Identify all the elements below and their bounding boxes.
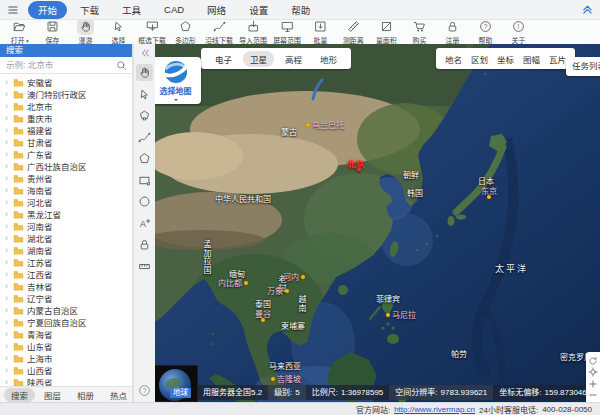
expander-icon[interactable]: › — [5, 137, 10, 147]
menu-item[interactable]: CAD — [154, 2, 194, 17]
hand-icon[interactable] — [136, 64, 153, 81]
tree-row[interactable]: › 贵州省 — [0, 172, 132, 184]
toolbar-button[interactable]: 框选下载 — [135, 20, 169, 44]
expander-icon[interactable]: › — [5, 341, 10, 351]
plus-icon[interactable] — [588, 379, 598, 389]
menu-item[interactable]: 帮助 — [281, 1, 320, 19]
locate-icon[interactable] — [588, 367, 598, 377]
expander-icon[interactable]: › — [5, 185, 10, 195]
expander-icon[interactable]: › — [5, 353, 10, 363]
expander-icon[interactable]: › — [5, 281, 10, 291]
overlay-toggle[interactable]: 区划 — [471, 53, 488, 65]
hamburger-menu-icon[interactable] — [7, 4, 21, 16]
sidebar-tab[interactable]: 相册 — [70, 388, 101, 402]
expander-icon[interactable]: › — [5, 209, 10, 219]
menu-item[interactable]: 网络 — [197, 1, 236, 19]
expander-icon[interactable]: › — [5, 317, 10, 327]
menu-item[interactable]: 下载 — [70, 1, 109, 19]
expander-icon[interactable]: › — [5, 329, 10, 339]
tree-row[interactable]: › 青海省 — [0, 328, 132, 340]
ribbon-collapse-icon[interactable] — [581, 3, 594, 16]
expander-icon[interactable]: › — [5, 365, 10, 375]
tree-row[interactable]: › 山西省 — [0, 364, 132, 376]
toolbar-button[interactable]: 漫游 — [69, 20, 102, 44]
tree-row[interactable]: › 江西省 — [0, 268, 132, 280]
toolbar-button[interactable]: 选择 — [102, 20, 135, 44]
tree-row[interactable]: › 山东省 — [0, 340, 132, 352]
toolbar-button[interactable]: 打开 — [3, 20, 36, 44]
tree-row[interactable]: › 湖北省 — [0, 232, 132, 244]
task-list-tab[interactable]: 任务列表 — [566, 57, 600, 76]
expander-icon[interactable]: › — [5, 221, 10, 231]
toolbar-button[interactable]: 导入范围 — [236, 20, 270, 44]
tree-row[interactable]: › 甘肃省 — [0, 136, 132, 148]
expander-icon[interactable]: › — [5, 293, 10, 303]
lock-icon[interactable] — [136, 236, 153, 253]
sidebar-tab[interactable]: 搜索 — [4, 388, 35, 402]
expander-icon[interactable]: › — [5, 173, 10, 183]
base-map-tab[interactable]: 电子 — [208, 51, 239, 67]
polyline-icon[interactable] — [136, 129, 153, 146]
help-icon[interactable]: ? — [138, 384, 151, 397]
expander-icon[interactable]: › — [5, 197, 10, 207]
toolbar-button[interactable]: 量面积 — [370, 20, 403, 44]
search-input[interactable] — [0, 59, 116, 71]
caret-down-icon[interactable] — [172, 96, 180, 104]
sidebar-collapse-icon[interactable] — [139, 47, 151, 59]
tree-row[interactable]: › 广东省 — [0, 148, 132, 160]
tree-row[interactable]: › 吉林省 — [0, 280, 132, 292]
official-site-link[interactable]: http://www.rivermap.cn — [394, 405, 475, 414]
search-icon[interactable] — [116, 60, 127, 71]
expander-icon[interactable]: › — [5, 245, 10, 255]
tree-row[interactable]: › 宁夏回族自治区 — [0, 316, 132, 328]
sidebar-tab[interactable]: 热点 — [103, 388, 134, 402]
expander-icon[interactable]: › — [5, 257, 10, 267]
minus-icon[interactable] — [588, 390, 598, 400]
menu-item[interactable]: 开始 — [28, 1, 67, 19]
base-map-tab[interactable]: 卫星 — [243, 51, 274, 67]
overlay-toggle[interactable]: 瓦片 — [549, 53, 566, 65]
expander-icon[interactable]: › — [5, 233, 10, 243]
expander-icon[interactable]: › — [5, 161, 10, 171]
tree-row[interactable]: › 福建省 — [0, 124, 132, 136]
tree-row[interactable]: › 河南省 — [0, 220, 132, 232]
toolbar-button[interactable]: 购买 — [403, 20, 436, 44]
toolbar-button[interactable]: 多边形 — [169, 20, 202, 44]
cursor-icon[interactable] — [136, 86, 153, 103]
toolbar-button[interactable]: 批量 — [304, 20, 337, 44]
tree-row[interactable]: › 内蒙古自治区 — [0, 304, 132, 316]
toolbar-button[interactable]: 测距离 — [337, 20, 370, 44]
tree-row[interactable]: › 湖南省 — [0, 244, 132, 256]
tree-row[interactable]: › 澳门特别行政区 — [0, 88, 132, 100]
expander-icon[interactable]: › — [5, 113, 10, 123]
polygon-icon[interactable] — [136, 150, 153, 167]
tree-row[interactable]: › 黑龙江省 — [0, 208, 132, 220]
base-map-tab[interactable]: 地形 — [313, 51, 344, 67]
overlay-toggle[interactable]: 坐标 — [497, 53, 514, 65]
expander-icon[interactable]: › — [5, 125, 10, 135]
expander-icon[interactable]: › — [5, 305, 10, 315]
tree-row[interactable]: › 北京市 — [0, 100, 132, 112]
circle-icon[interactable] — [136, 193, 153, 210]
toolbar-button[interactable]: ? 帮助 — [469, 20, 502, 44]
overlay-toggle[interactable]: 地名 — [445, 53, 462, 65]
tree-row[interactable]: › 广西壮族自治区 — [0, 160, 132, 172]
expander-icon[interactable]: › — [5, 77, 10, 87]
expander-icon[interactable]: › — [5, 101, 10, 111]
expander-icon[interactable]: › — [5, 89, 10, 99]
expander-icon[interactable]: › — [5, 149, 10, 159]
map-source-selector[interactable]: 选择地图 — [155, 57, 201, 104]
toolbar-button[interactable]: 屏幕范围 — [270, 20, 304, 44]
measure-icon[interactable] — [136, 258, 153, 275]
base-map-tab[interactable]: 高程 — [278, 51, 309, 67]
overlay-toggle[interactable]: 图幅 — [523, 53, 540, 65]
toolbar-button[interactable]: 沿线下载 — [202, 20, 236, 44]
tree-row[interactable]: › 江苏省 — [0, 256, 132, 268]
tree-row[interactable]: › 安徽省 — [0, 76, 132, 88]
tree-row[interactable]: › 辽宁省 — [0, 292, 132, 304]
menu-item[interactable]: 设置 — [239, 1, 278, 19]
expander-icon[interactable]: › — [5, 377, 10, 386]
rectangle-icon[interactable] — [136, 172, 153, 189]
tree-row[interactable]: › 河北省 — [0, 196, 132, 208]
toolbar-button[interactable]: 注册 — [436, 20, 469, 44]
